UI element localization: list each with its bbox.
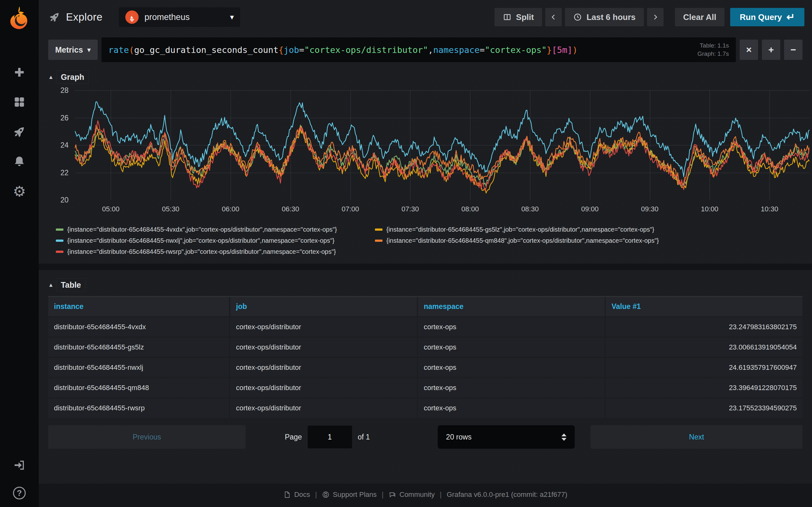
table-section-header[interactable]: ▲ Table xyxy=(48,278,803,292)
legend-color-marker xyxy=(56,250,63,253)
table-row: distributor-65c4684455-qm848cortex-ops/d… xyxy=(48,378,803,397)
graph-canvas[interactable] xyxy=(75,90,809,200)
time-range-picker[interactable]: Last 6 hours xyxy=(565,8,644,26)
metrics-dropdown-button[interactable]: Metrics ▾ xyxy=(48,40,98,60)
query-timings: Table: 1.1s Graph: 1.7s xyxy=(691,42,729,58)
table-cell: cortex-ops xyxy=(418,378,605,397)
page-label: Page xyxy=(285,433,302,441)
version-text: Grafana v6.0.0-pre1 (commit: a21f677) xyxy=(447,491,567,499)
legend-label: {instance="distributor-65c4684455-gs5lz"… xyxy=(386,226,654,233)
explore-title: Explore xyxy=(49,11,102,23)
table-cell: distributor-65c4684455-gs5lz xyxy=(48,338,229,357)
time-forward-button[interactable] xyxy=(647,8,664,26)
x-axis-tick-label: 06:30 xyxy=(273,205,308,213)
split-icon xyxy=(503,13,512,21)
docs-link[interactable]: Docs xyxy=(283,491,310,499)
graph-timing: Graph: 1.7s xyxy=(698,50,729,58)
rows-per-page-select[interactable]: 20 rows xyxy=(438,425,575,449)
table-cell: cortex-ops/distributor xyxy=(230,399,417,418)
legend-label: {instance="distributor-65c4684455-rwsrp"… xyxy=(67,248,336,256)
remove-query-button[interactable]: × xyxy=(740,40,758,60)
main-content: Explore prometheus ▾ Split L xyxy=(39,0,812,507)
next-page-button[interactable]: Next xyxy=(591,425,803,449)
community-link[interactable]: Community xyxy=(389,491,435,499)
y-axis-tick-label: 26 xyxy=(48,114,68,122)
collapse-triangle-icon: ▲ xyxy=(48,282,54,288)
legend-item[interactable]: {instance="distributor-65c4684455-nwxlj"… xyxy=(56,237,375,244)
y-axis-tick-label: 22 xyxy=(48,169,68,177)
x-axis-tick-label: 05:30 xyxy=(153,205,188,213)
configuration-gear-icon[interactable]: ⚙ xyxy=(12,184,26,199)
table-cell: 23.175523394590275 xyxy=(606,399,803,418)
page-number-input[interactable] xyxy=(308,426,352,448)
legend-color-marker xyxy=(375,228,383,231)
explore-title-rocket-icon xyxy=(49,11,60,23)
support-plans-link[interactable]: Support Plans xyxy=(322,491,376,499)
run-query-button[interactable]: Run Query ↵ xyxy=(730,8,804,26)
legend-item[interactable]: {instance="distributor-65c4684455-rwsrp"… xyxy=(56,248,375,256)
y-axis-tick-label: 24 xyxy=(48,141,68,150)
column-header[interactable]: instance xyxy=(48,297,229,316)
table-timing: Table: 1.1s xyxy=(698,42,729,50)
create-plus-icon[interactable] xyxy=(12,65,26,79)
x-axis-tick-label: 10:00 xyxy=(692,205,727,213)
column-header[interactable]: Value #1 xyxy=(606,297,803,316)
column-header[interactable]: job xyxy=(230,297,417,316)
sidebar-nav: ⚙ xyxy=(12,65,26,199)
x-axis-tick-label: 09:00 xyxy=(572,205,607,213)
comment-icon xyxy=(389,491,396,498)
legend-label: {instance="distributor-65c4684455-4vxdx"… xyxy=(67,226,337,233)
legend-item[interactable]: {instance="distributor-65c4684455-qm848"… xyxy=(375,237,803,244)
legend-item[interactable]: {instance="distributor-65c4684455-gs5lz"… xyxy=(375,226,803,233)
table-cell: cortex-ops/distributor xyxy=(230,358,417,377)
split-button[interactable]: Split xyxy=(495,8,542,26)
time-back-button[interactable] xyxy=(545,8,562,26)
y-axis-tick-label: 28 xyxy=(48,86,68,95)
table-cell: distributor-65c4684455-qm848 xyxy=(48,378,229,397)
table-cell: distributor-65c4684455-rwsrp xyxy=(48,399,229,418)
x-axis-tick-label: 09:30 xyxy=(632,205,667,213)
table-cell: 23.006613919054054 xyxy=(606,338,803,357)
previous-page-button[interactable]: Previous xyxy=(48,425,246,449)
chevron-down-icon: ▾ xyxy=(88,46,91,54)
table-pagination: Previous Page of 1 20 rows Next xyxy=(39,425,812,449)
time-series-chart: 2022242628 05:0005:3006:0006:3007:0007:3… xyxy=(48,87,803,224)
table-cell: cortex-ops xyxy=(418,399,605,418)
top-nav-actions: Split Last 6 hours Clear All Run Query xyxy=(495,8,804,26)
table-cell: cortex-ops xyxy=(418,358,605,377)
table-section-title: Table xyxy=(56,278,86,292)
legend-item[interactable]: {instance="distributor-65c4684455-4vxdx"… xyxy=(56,226,375,233)
grafana-logo-icon[interactable] xyxy=(6,5,33,32)
explore-rocket-icon[interactable] xyxy=(12,125,26,139)
legend-color-marker xyxy=(56,228,63,231)
sidebar: ⚙ ? xyxy=(0,0,39,507)
alerting-bell-icon[interactable] xyxy=(12,155,26,169)
graph-section-header[interactable]: ▲ Graph xyxy=(48,70,803,84)
table-cell: cortex-ops/distributor xyxy=(230,378,417,397)
column-header[interactable]: namespace xyxy=(418,297,605,316)
table-cell: 23.396491228070175 xyxy=(606,378,803,397)
results-table: instancejobnamespaceValue #1distributor-… xyxy=(48,297,803,418)
table-cell: distributor-65c4684455-4vxdx xyxy=(48,318,229,337)
clear-all-button[interactable]: Clear All xyxy=(675,8,725,26)
x-axis-tick-label: 05:00 xyxy=(93,205,128,213)
document-icon xyxy=(283,491,291,498)
table-header-row: instancejobnamespaceValue #1 xyxy=(48,297,803,316)
x-axis-tick-label: 07:30 xyxy=(393,205,427,213)
query-row: Metrics ▾ rate(go_gc_duration_seconds_co… xyxy=(39,34,812,62)
y-axis-tick-label: 20 xyxy=(48,196,68,205)
datasource-picker[interactable]: prometheus ▾ xyxy=(119,7,240,27)
help-icon[interactable]: ? xyxy=(12,486,26,500)
table-cell: cortex-ops xyxy=(418,318,605,337)
section-divider xyxy=(39,264,812,270)
legend-color-marker xyxy=(375,239,383,242)
sign-in-icon[interactable] xyxy=(12,458,26,472)
add-query-button[interactable]: + xyxy=(762,40,780,60)
query-input[interactable]: rate(go_gc_duration_seconds_count{job="c… xyxy=(101,38,736,62)
datasource-name: prometheus xyxy=(144,12,190,22)
query-expression: rate(go_gc_duration_seconds_count{job="c… xyxy=(108,45,577,55)
collapse-query-button[interactable]: − xyxy=(784,40,803,60)
table-section: ▲ Table instancejobnamespaceValue #1dist… xyxy=(39,270,812,418)
dashboards-grid-icon[interactable] xyxy=(12,95,26,109)
enter-key-icon: ↵ xyxy=(786,11,795,23)
